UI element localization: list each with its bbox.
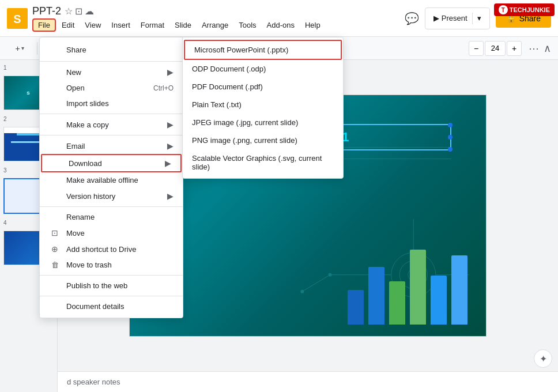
doc-title-area: PPT-2 ☆ ⊡ ☁ File Edit View Insert Format… [32, 5, 325, 32]
doc-title[interactable]: PPT-2 [32, 5, 61, 17]
page-wrapper: S PPT-2 ☆ ⊡ ☁ File Edit View Insert Form… [0, 0, 558, 392]
svg-text:S: S [13, 13, 21, 25]
fm-make-copy-label: Make a copy [66, 120, 109, 129]
font-size-input[interactable] [485, 41, 506, 56]
toolbar-more-btn[interactable]: ⋯ [529, 42, 539, 55]
dl-svg-label: Scalable Vector Graphics (.svg, current … [192, 154, 334, 171]
email-arrow: ▶ [167, 141, 174, 150]
chart-bar-2 [368, 267, 384, 325]
fm-new[interactable]: New ▶ [40, 64, 183, 80]
present-button[interactable]: ▶ Present ▾ [425, 7, 490, 29]
divider-6 [40, 296, 183, 296]
fm-email[interactable]: Email ▶ [40, 138, 183, 154]
fm-shortcut-left: ⊕ Add shortcut to Drive [49, 244, 136, 254]
add-slide-btn[interactable]: + ▾ [7, 40, 32, 56]
fm-open-left: Open [49, 84, 85, 92]
star-icon[interactable]: ☆ [65, 6, 73, 17]
dl-pdf-label: PDF Document (.pdf) [192, 82, 263, 91]
fm-publish[interactable]: Publish to the web [40, 278, 183, 293]
fm-shortcut[interactable]: ⊕ Add shortcut to Drive [40, 241, 183, 257]
fm-trash[interactable]: 🗑 Move to trash [40, 257, 183, 273]
fm-version-label: Version history [66, 192, 115, 201]
fm-rename[interactable]: Rename [40, 209, 183, 225]
fm-download[interactable]: Download ▶ [41, 154, 182, 172]
fm-details-label: Document details [66, 302, 124, 311]
fm-import[interactable]: Import slides [40, 96, 183, 111]
menu-insert[interactable]: Insert [107, 20, 135, 31]
speaker-notes[interactable]: d speaker notes [58, 371, 558, 392]
techjunkie-icon: T [499, 5, 508, 14]
folder-icon[interactable]: ⊡ [75, 6, 82, 17]
fm-open-label: Open [66, 84, 85, 92]
fm-offline[interactable]: Make available offline [40, 172, 183, 188]
fm-rename-label: Rename [66, 213, 95, 221]
fm-publish-left: Publish to the web [49, 281, 127, 290]
add-note-btn[interactable]: ✦ [534, 349, 552, 368]
doc-title-row: PPT-2 ☆ ⊡ ☁ [32, 5, 325, 17]
dl-pdf[interactable]: PDF Document (.pdf) [183, 78, 343, 96]
techjunkie-badge: T TECHJUNKIE [494, 3, 555, 16]
chart-area [348, 221, 474, 325]
menu-slide[interactable]: Slide [170, 20, 196, 31]
fm-email-label: Email [66, 142, 85, 150]
open-shortcut: Ctrl+O [153, 84, 174, 92]
version-arrow: ▶ [167, 191, 174, 201]
font-size-plus[interactable]: + [507, 41, 522, 56]
fm-share-left: Share [49, 46, 86, 54]
fm-download-left: Download [51, 159, 102, 168]
chart-bar-1 [348, 290, 364, 325]
dl-txt-label: Plain Text (.txt) [192, 100, 242, 109]
fm-new-label: New [66, 68, 81, 77]
font-size-minus[interactable]: − [469, 41, 484, 56]
divider-2 [40, 114, 183, 114]
cloud-icon[interactable]: ☁ [85, 6, 94, 17]
dl-jpg-label: JPEG image (.jpg, current slide) [192, 118, 298, 127]
dl-pptx[interactable]: Microsoft PowerPoint (.pptx) [184, 40, 342, 60]
dl-jpg[interactable]: JPEG image (.jpg, current slide) [183, 114, 343, 131]
fm-import-left: Import slides [49, 99, 109, 108]
fm-make-copy[interactable]: Make a copy ▶ [40, 116, 183, 133]
menu-bar: File Edit View Insert Format Slide Arran… [32, 18, 325, 32]
present-label: Present [442, 14, 467, 22]
fm-details[interactable]: Document details [40, 299, 183, 314]
move-icon: ⊡ [49, 228, 61, 238]
toolbar-collapse-btn[interactable]: ∧ [544, 42, 551, 55]
chart-bar-3 [389, 281, 405, 325]
fm-share[interactable]: Share [40, 42, 183, 58]
fm-details-left: Document details [49, 302, 124, 311]
menu-arrange[interactable]: Arrange [197, 20, 233, 31]
fm-version[interactable]: Version history ▶ [40, 188, 183, 204]
menu-addons[interactable]: Add-ons [262, 20, 299, 31]
menu-view[interactable]: View [80, 20, 105, 31]
fm-move[interactable]: ⊡ Move [40, 225, 183, 241]
menu-format[interactable]: Format [136, 20, 169, 31]
divider-5 [40, 275, 183, 276]
fm-move-label: Move [66, 229, 85, 238]
fm-import-label: Import slides [66, 99, 109, 108]
divider-1 [40, 61, 183, 62]
dl-png-label: PNG image (.png, current slide) [192, 136, 297, 145]
font-size-control: − + [469, 41, 522, 56]
fm-trash-left: 🗑 Move to trash [49, 261, 112, 269]
dl-svg[interactable]: Scalable Vector Graphics (.svg, current … [183, 149, 343, 176]
handle-mr [448, 135, 453, 140]
fm-open[interactable]: Open Ctrl+O [40, 80, 183, 96]
menu-edit[interactable]: Edit [57, 20, 79, 31]
handle-tr [448, 123, 453, 127]
present-caret-icon[interactable]: ▾ [477, 14, 481, 22]
menu-file[interactable]: File [32, 18, 56, 32]
menu-help[interactable]: Help [300, 20, 325, 31]
fm-move-left: ⊡ Move [49, 228, 85, 238]
file-menu-section-1: Share [40, 41, 183, 59]
fm-offline-left: Make available offline [49, 176, 138, 184]
dl-png[interactable]: PNG image (.png, current slide) [183, 131, 343, 149]
dl-odp[interactable]: ODP Document (.odp) [183, 60, 343, 78]
fm-publish-label: Publish to the web [66, 281, 127, 290]
divider-4 [40, 206, 183, 207]
chart-bar-5 [431, 276, 447, 325]
present-icon: ▶ [433, 14, 439, 22]
menu-tools[interactable]: Tools [234, 20, 261, 31]
fm-email-left: Email [49, 142, 85, 150]
dl-txt[interactable]: Plain Text (.txt) [183, 96, 343, 114]
comment-button[interactable]: 💬 [405, 12, 419, 25]
